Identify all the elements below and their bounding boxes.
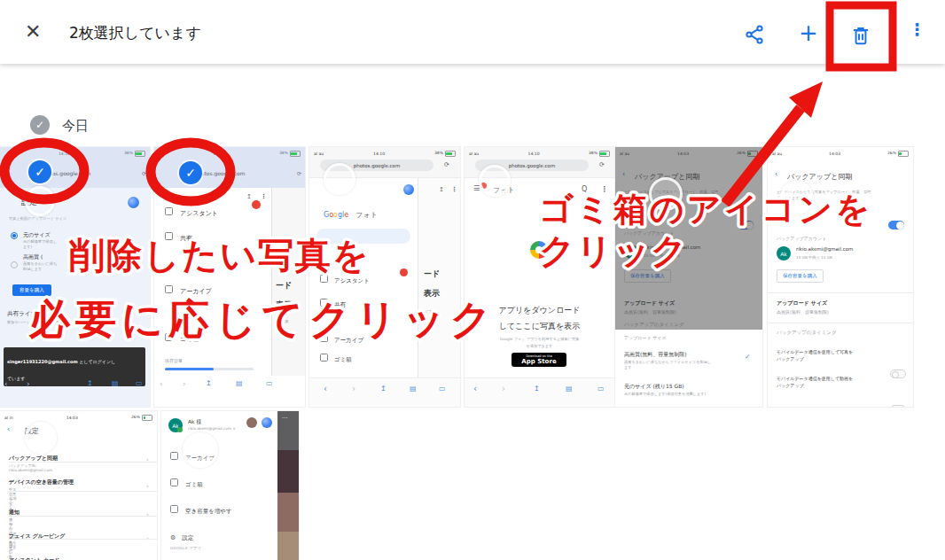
upload-size-sheet: アップロード サイズ 高画質(無料、容量無制限) 画質をきれいに保ちながらファイ… xyxy=(615,330,762,407)
back-icon: ‹ xyxy=(324,384,327,393)
url-bar: stos.google.com xyxy=(154,170,293,176)
menu-item-free-space: 空き容量を増やす xyxy=(170,500,232,517)
phone-icon xyxy=(170,505,178,513)
peek-text-3: に写真 xyxy=(277,319,289,323)
chevron-icon: › xyxy=(146,483,149,490)
status-battery: 38% xyxy=(589,151,610,157)
mobile-video-backup-label: モバイルデータ通信を使用して動画を xyxy=(777,376,853,381)
more-icon: ⋮ xyxy=(601,185,608,193)
assistant-icon xyxy=(320,275,328,283)
bookmarks-icon: ▤ xyxy=(236,379,243,387)
status-battery: 38% xyxy=(124,151,145,157)
search-pill xyxy=(316,229,410,244)
bookmarks-icon: ▤ xyxy=(410,385,417,393)
selected-checkmark[interactable]: ✓ xyxy=(28,160,51,183)
radio-original-sub: 元の解像度で保存し xyxy=(23,239,57,244)
back-icon: ‹ xyxy=(4,379,8,388)
trash-icon xyxy=(165,333,173,341)
upload-size-value: 高画質(無料、容量無制限) xyxy=(777,309,829,315)
share-sheet-icon: ↥ xyxy=(534,385,540,393)
drawer-item-trash: ゴミ箱 xyxy=(165,328,199,345)
underlying-page-peek: ード 表示 に写真 xyxy=(271,188,305,376)
mobile-video-backup-toggle-off xyxy=(890,405,906,407)
touch-indicator xyxy=(25,186,55,216)
mobile-video-backup-label-2: バックアップ xyxy=(777,383,804,388)
upload-icon: ↥ xyxy=(246,193,252,200)
safari-toolbar: ‹ › ↥ ▤ ▭ xyxy=(309,377,460,407)
radio-high-quality xyxy=(11,261,18,268)
buy-storage-button: 容量を購入 xyxy=(12,284,51,296)
photo-thumbnail-8[interactable]: ... Ak Ak 様 rikio.akemi@gmail.com ∨ アーカイ… xyxy=(161,411,299,560)
close-selection-button[interactable]: ✕ xyxy=(25,21,41,43)
menu-item-settings: ⚙設定 xyxy=(170,526,193,543)
share-sheet-icon: ↥ xyxy=(206,379,212,387)
sheet-option-original: 元のサイズ (残り15 GB) xyxy=(624,383,684,391)
assistant-icon xyxy=(165,207,173,215)
touch-indicator xyxy=(324,163,355,195)
share-sheet-icon: ↥ xyxy=(380,385,387,393)
annotation-arrow-head xyxy=(789,82,823,118)
app-store-badge: Download on the App Store xyxy=(512,353,566,367)
add-to-button[interactable]: + xyxy=(799,19,822,43)
peek-text-1: ード xyxy=(276,280,292,292)
modal-dim-overlay xyxy=(615,147,762,330)
radio-original-size xyxy=(11,232,18,239)
forward-icon: › xyxy=(502,384,505,393)
gear-icon: ⚙ xyxy=(170,534,176,541)
drawer-item-archive: アーカイブ xyxy=(165,280,212,297)
photo-thumbnail-2-selected[interactable]: 14:1038% stos.google.com ⟳ ード 表示 に写真 ↥ ⋮… xyxy=(154,147,305,407)
archive-icon xyxy=(170,452,178,460)
photo-thumbnail-6[interactable]: al au14:0326% ‹ バックアップと同期 どのデバイスからでも写真をア… xyxy=(768,147,913,407)
logo-suffix: フォト xyxy=(355,211,378,219)
share-sheet-icon: ↥ xyxy=(87,379,93,387)
forward-icon: › xyxy=(27,379,30,388)
download-headline-2: してここに写真を表示 xyxy=(465,321,614,332)
photo-thumbnail-7[interactable]: al in14:0326% ‹ 設定 バックアップと同期 バックアップ先: ri… xyxy=(0,411,157,560)
buy-storage-button: 保存容量を購入 xyxy=(777,269,824,283)
refresh-icon: ⟳ xyxy=(444,161,449,168)
drawer-item-assistant: アシスタント xyxy=(320,269,370,286)
trash-icon xyxy=(320,354,328,362)
storage-label: 保存容量 xyxy=(165,358,183,363)
refresh-icon: ⟳ xyxy=(297,170,301,176)
status-battery: 38% xyxy=(279,151,301,157)
photo-thumbnail-5[interactable]: al au14:0326% ‹ バックアップと同期 どのデバイスからでも写真をア… xyxy=(615,147,762,407)
selected-checkmark[interactable]: ✓ xyxy=(179,161,202,184)
trash-icon xyxy=(170,478,178,486)
status-time: 14:03 xyxy=(829,152,840,156)
secondary-avatar xyxy=(246,417,257,428)
account-email-row: rikio.akemi@gmail.com ∨ xyxy=(188,426,235,431)
photo-thumbnail-3[interactable]: al au14:1038% photos.google.com ⟳ ード 表示 … xyxy=(309,147,460,407)
google-photos-selection-screen: ✕ 2枚選択しています + ⋮ ✓ 今日 14:1038% otos.googl… xyxy=(0,0,945,560)
selection-header: ✕ 2枚選択しています + ⋮ xyxy=(0,0,945,64)
shared-library-sub: 家族やパートナーと写真を共有できます xyxy=(7,320,74,324)
upload-size-lead: 写真と動画のアップロード サイズ xyxy=(9,216,66,221)
status-battery: 38% xyxy=(434,151,456,157)
share-button[interactable] xyxy=(744,24,767,47)
photo-thumbnail-1-selected[interactable]: 14:1038% otos.google.com ⟳ 設定 写真と動画のアップロ… xyxy=(0,147,150,407)
tertiary-avatar-globe xyxy=(262,417,272,428)
sheet-label: アップロード サイズ xyxy=(624,335,667,340)
backup-toggle-on xyxy=(888,221,904,229)
upload-icon: ↥ xyxy=(439,186,444,193)
photo-thumbnail-4[interactable]: al au14:1038% photos.google.com ⟳ ☰ フォト … xyxy=(465,147,614,407)
today-select-all-checkbox[interactable]: ✓ xyxy=(30,115,50,135)
delete-button[interactable] xyxy=(849,24,872,47)
refresh-icon: ⟳ xyxy=(142,170,146,176)
selection-count-title: 2枚選択しています xyxy=(69,23,201,43)
status-time: 14:10 xyxy=(528,152,540,156)
account-quota: 15 GB 中残り 15 GB xyxy=(796,255,832,260)
status-battery: 26% xyxy=(131,415,152,421)
mobile-photo-backup-label: モバイルデータ通信を使用して写真を xyxy=(777,349,853,354)
drawer-item-archive: アーカイブ xyxy=(320,329,363,346)
backup-timing-label: バックアップのタイミング xyxy=(777,330,837,336)
bookmarks-icon: ▤ xyxy=(566,385,573,393)
more-options-button[interactable]: ⋮ xyxy=(909,19,932,43)
tabs-icon: ▭ xyxy=(439,385,446,393)
archive-icon xyxy=(165,285,173,293)
assistant-badge xyxy=(400,268,408,276)
back-icon: ‹ xyxy=(473,384,477,393)
back-icon: ‹ xyxy=(160,379,163,388)
sheet-option-hq: 高画質(無料、容量無制限) xyxy=(624,351,687,359)
touch-indicator xyxy=(25,422,57,454)
